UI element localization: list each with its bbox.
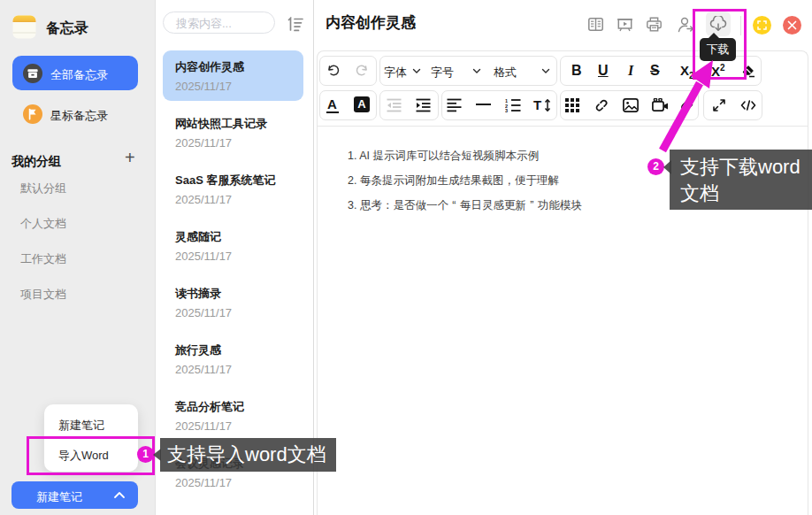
svg-text:3: 3	[505, 108, 508, 112]
